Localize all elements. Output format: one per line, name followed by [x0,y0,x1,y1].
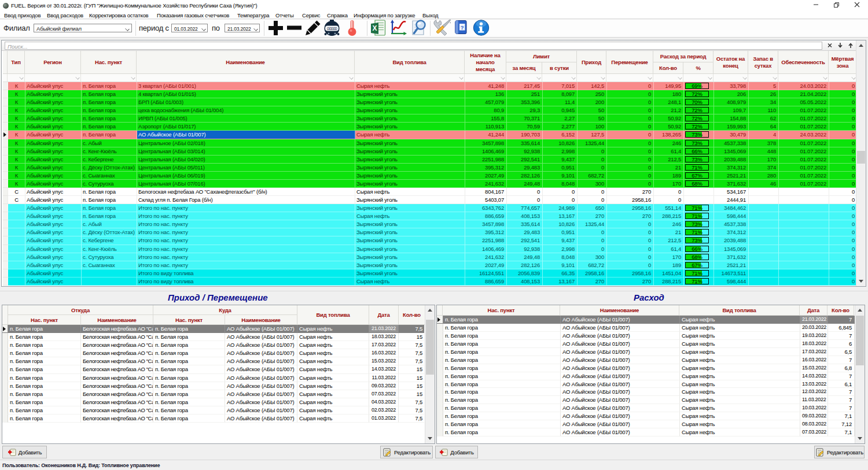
svg-text:X: X [372,24,377,32]
svg-text:00000: 00000 [327,26,337,31]
svg-text:?: ? [461,24,464,31]
